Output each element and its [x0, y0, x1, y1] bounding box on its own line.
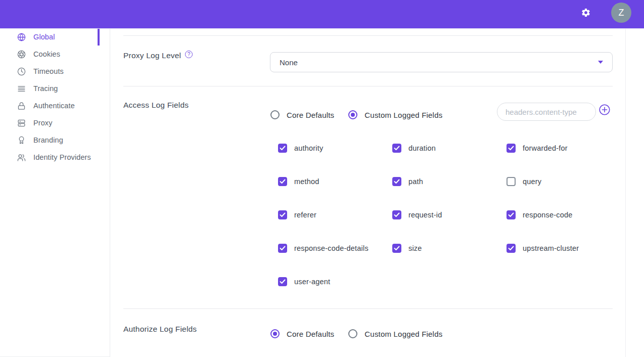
lines-icon [17, 84, 26, 93]
clock-icon [17, 67, 26, 76]
checkbox-size[interactable]: size [392, 244, 507, 277]
access-log-fields-text: Access Log Fields [123, 101, 189, 110]
checkbox-icon [278, 244, 287, 253]
sidebar-item-cookies[interactable]: Cookies [0, 46, 110, 63]
radio-label: Custom Logged Fields [364, 111, 442, 119]
checkbox-label: path [408, 177, 423, 186]
checkbox-label: response-code [523, 211, 573, 219]
radio-icon [270, 110, 280, 119]
checkbox-icon [392, 244, 401, 253]
checkbox-icon [392, 210, 401, 219]
users-icon [17, 153, 26, 162]
radio-core-defaults[interactable]: Core Defaults [270, 329, 334, 338]
checkbox-icon [507, 177, 516, 186]
award-icon [17, 136, 26, 145]
checkbox-response-code[interactable]: response-code [507, 210, 621, 244]
gear-icon [581, 8, 591, 18]
sidebar-item-label: Proxy [33, 119, 53, 127]
checkbox-label: upstream-cluster [523, 244, 579, 252]
sidebar-item-label: Authenticate [33, 102, 75, 110]
checkbox-label: request-id [408, 211, 442, 219]
checkbox-response-code-details[interactable]: response-code-details [278, 244, 392, 277]
add-custom-field-input[interactable] [497, 103, 596, 121]
checkbox-icon [278, 177, 287, 186]
authorize-log-mode-radios: Core Defaults Custom Logged Fields [270, 327, 456, 341]
sidebar-item-timeouts[interactable]: Timeouts [0, 63, 110, 80]
checkbox-label: user-agent [294, 278, 330, 286]
top-app-bar: Z [0, 0, 644, 28]
radio-label: Core Defaults [287, 330, 334, 338]
selected-value: None [280, 58, 298, 67]
authorize-log-fields-label: Authorize Log Fields [123, 325, 197, 334]
radio-label: Custom Logged Fields [364, 330, 442, 338]
radio-core-defaults[interactable]: Core Defaults [270, 110, 334, 119]
radio-label: Core Defaults [287, 111, 334, 119]
divider [123, 86, 613, 86]
settings-gear-icon[interactable] [581, 8, 591, 18]
radio-icon [348, 329, 357, 338]
checkbox-icon [392, 144, 401, 153]
sidebar-item-label: Cookies [33, 50, 60, 58]
checkbox-label: authority [294, 144, 323, 152]
chevron-down-icon [598, 61, 603, 64]
sidebar-item-branding[interactable]: Branding [0, 131, 110, 149]
access-log-fields-grid: authority duration forwarded-for method … [278, 144, 621, 310]
access-log-mode-radios: Core Defaults Custom Logged Fields [270, 108, 456, 122]
checkbox-label: referer [294, 211, 316, 219]
sidebar-item-authenticate[interactable]: Authenticate [0, 97, 110, 114]
checkbox-user-agent[interactable]: user-agent [278, 277, 392, 310]
checkbox-request-id[interactable]: request-id [392, 210, 507, 244]
sidebar-item-label: Branding [33, 136, 63, 144]
checkbox-referer[interactable]: referer [278, 210, 392, 244]
checkbox-query[interactable]: query [507, 177, 621, 210]
avatar-initial: Z [619, 8, 624, 18]
checkbox-label: forwarded-for [523, 144, 568, 152]
proxy-log-level-label: Proxy Log Level [123, 51, 193, 60]
sidebar-item-label: Global [33, 33, 55, 41]
checkbox-upstream-cluster[interactable]: upstream-cluster [507, 244, 621, 277]
help-icon[interactable] [185, 51, 193, 58]
checkbox-icon [392, 177, 401, 186]
checkbox-label: size [408, 244, 422, 252]
radio-custom-logged-fields[interactable]: Custom Logged Fields [348, 110, 442, 119]
authorize-log-fields-text: Authorize Log Fields [123, 325, 197, 334]
checkbox-authority[interactable]: authority [278, 144, 392, 177]
scroll-gutter[interactable] [626, 28, 644, 357]
checkbox-icon [507, 210, 516, 219]
sidebar-item-label: Timeouts [33, 67, 64, 75]
settings-sidebar: Global Cookies Timeouts Tracing Authenti… [0, 28, 110, 357]
proxy-log-level-text: Proxy Log Level [123, 51, 181, 60]
user-avatar[interactable]: Z [611, 3, 631, 23]
sidebar-item-global[interactable]: Global [0, 28, 110, 46]
plus-icon [599, 104, 610, 115]
settings-page: Z Global Cookies Timeouts Tracing [0, 0, 644, 357]
sidebar-item-label: Identity Providers [33, 153, 91, 161]
sidebar-item-proxy[interactable]: Proxy [0, 114, 110, 131]
checkbox-path[interactable]: path [392, 177, 507, 210]
sidebar-item-tracing[interactable]: Tracing [0, 80, 110, 97]
aperture-icon [17, 50, 26, 59]
checkbox-icon [278, 144, 287, 153]
globe-icon [17, 33, 26, 41]
divider [123, 308, 613, 309]
checkbox-icon [278, 210, 287, 219]
checkbox-icon [278, 277, 287, 286]
checkbox-method[interactable]: method [278, 177, 392, 210]
checkbox-icon [507, 144, 516, 153]
access-log-fields-label: Access Log Fields [123, 101, 189, 110]
checkbox-label: query [523, 177, 541, 186]
checkbox-label: duration [408, 144, 436, 152]
radio-icon [270, 329, 280, 338]
add-field-button[interactable] [599, 104, 610, 115]
radio-custom-logged-fields[interactable]: Custom Logged Fields [348, 329, 442, 338]
settings-content: Proxy Log Level None Access Log Fields C… [110, 28, 626, 357]
checkbox-label: method [294, 177, 319, 186]
divider [123, 35, 613, 36]
checkbox-label: response-code-details [294, 244, 369, 252]
checkbox-forwarded-for[interactable]: forwarded-for [507, 144, 621, 177]
checkbox-duration[interactable]: duration [392, 144, 507, 177]
proxy-log-level-select[interactable]: None [270, 52, 613, 72]
sidebar-item-identity-providers[interactable]: Identity Providers [0, 149, 110, 166]
server-icon [17, 119, 26, 127]
radio-icon [348, 110, 357, 119]
